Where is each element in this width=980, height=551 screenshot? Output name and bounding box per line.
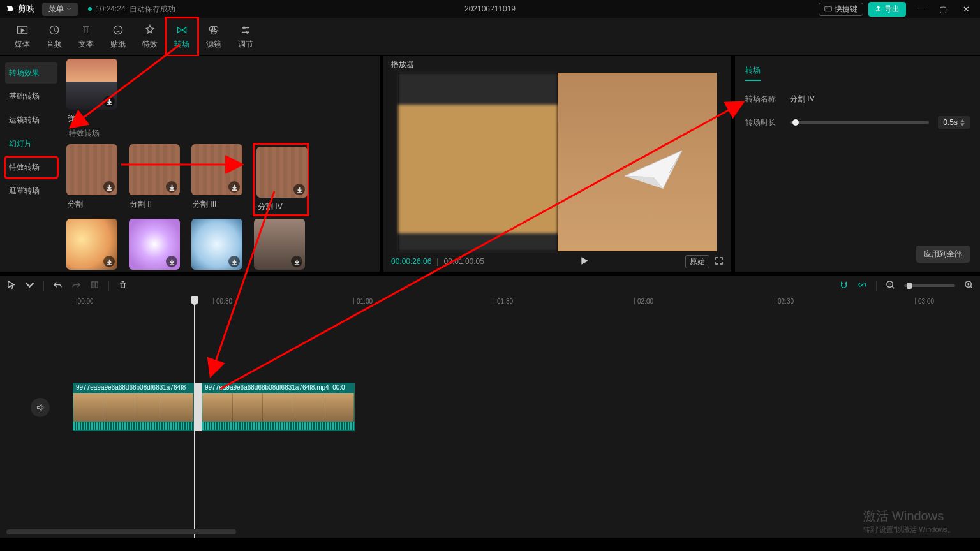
project-name: 202106211019 [464, 4, 516, 13]
export-button[interactable]: 导出 [868, 2, 906, 17]
transition-duration-field: 转场时长 0.5s [745, 116, 970, 129]
svg-point-5 [114, 26, 122, 34]
svg-rect-13 [92, 282, 94, 288]
tab-audio[interactable]: 音频 [38, 18, 70, 55]
fullscreen-button[interactable] [715, 256, 724, 267]
windows-activation-watermark: 激活 Windows 转到"设置"以激活 Windows。 [863, 507, 955, 534]
time-current: 00:00:26:06 [391, 257, 431, 266]
player-viewport[interactable] [383, 73, 731, 251]
tab-adjust[interactable]: 调节 [230, 18, 262, 55]
inspector-tab-transition[interactable]: 转场 [745, 65, 761, 81]
download-icon[interactable] [103, 256, 115, 267]
clip-1[interactable]: 9977ea9a9e6a68d68b08df6831a764f8 [73, 383, 194, 431]
zoom-out-button[interactable] [886, 280, 895, 291]
svg-rect-14 [95, 282, 98, 288]
duration-stepper[interactable] [960, 119, 965, 126]
maximize-button[interactable]: ▢ [934, 4, 952, 14]
cursor-dropdown-icon[interactable] [25, 280, 34, 291]
cursor-tool[interactable] [6, 280, 16, 291]
cat-basic[interactable]: 基础转场 [5, 86, 57, 107]
download-icon[interactable] [103, 96, 115, 107]
titlebar: 剪映 菜单 10:24:24 自动保存成功 202106211019 快捷键 导… [0, 0, 980, 18]
download-icon[interactable] [103, 181, 115, 193]
section-title: 特效转场 [69, 128, 376, 139]
status-dot-icon [88, 7, 92, 11]
split-button[interactable] [90, 280, 100, 291]
tab-effects[interactable]: 特效 [134, 18, 166, 55]
tab-filter[interactable]: 滤镜 [198, 18, 230, 55]
time-total: 00:01:00:05 [444, 257, 484, 266]
shortcuts-button[interactable]: 快捷键 [819, 3, 863, 16]
thumb-split2[interactable]: 分割 II [129, 144, 182, 215]
transition-gallery: 弹跳 特效转场 分割 分割 II 分割 III 分割 IV 炫光 II 炫光 I… [63, 56, 380, 272]
apply-all-button[interactable]: 应用到全部 [916, 246, 970, 263]
app-name: 剪映 [18, 3, 34, 15]
cat-slideshow[interactable]: 幻灯片 [5, 133, 57, 154]
magnet-button[interactable] [839, 280, 849, 291]
track-mute-button[interactable] [31, 398, 50, 417]
thumb-snow[interactable]: 雪花故障 [254, 219, 308, 272]
thumb-glow3[interactable]: 炫光 III [129, 219, 182, 272]
duration-input[interactable]: 0.5s [938, 116, 970, 129]
tab-transition[interactable]: 转场 [166, 18, 198, 55]
download-icon[interactable] [291, 256, 302, 267]
download-icon[interactable] [228, 181, 240, 193]
close-button[interactable]: ✕ [957, 4, 975, 14]
thumb-glow2[interactable]: 炫光 II [66, 219, 120, 272]
svg-rect-0 [825, 6, 832, 11]
timeline-toolbar [0, 276, 980, 296]
redo-button[interactable] [71, 280, 81, 291]
main-columns: 转场效果 基础转场 运镜转场 幻灯片 特效转场 遮罩转场 弹跳 特效转场 分割 … [0, 56, 980, 272]
menu-dropdown[interactable]: 菜单 [42, 3, 78, 16]
cat-mask[interactable]: 遮罩转场 [5, 180, 57, 202]
category-list: 转场效果 基础转场 运镜转场 幻灯片 特效转场 遮罩转场 [0, 56, 63, 272]
delete-button[interactable] [118, 280, 128, 291]
tab-media[interactable]: 媒体 [6, 18, 38, 55]
paper-plane-icon [618, 144, 695, 195]
cat-transition-effects[interactable]: 转场效果 [5, 62, 57, 84]
timeline[interactable]: |00:00 00:30 01:00 01:30 02:00 02:30 03:… [0, 296, 980, 538]
aspect-ratio-button[interactable]: 原始 [685, 255, 709, 268]
svg-rect-1 [826, 8, 827, 9]
thumb-ice[interactable]: 冰雪结晶 [191, 219, 245, 272]
primary-tabs: 媒体 音频 文本 贴纸 特效 转场 滤镜 调节 [0, 18, 980, 56]
cat-effect-transition[interactable]: 特效转场 [5, 157, 57, 178]
video-track: 9977ea9a9e6a68d68b08df6831a764f8 9977ea9… [73, 383, 355, 431]
tab-text[interactable]: 文本 [70, 18, 102, 55]
thumb-split3[interactable]: 分割 III [191, 144, 245, 215]
player-controls: 00:00:26:06 | 00:01:00:05 原始 [383, 251, 731, 272]
thumb-bounce[interactable]: 弹跳 [66, 59, 120, 124]
download-icon[interactable] [293, 184, 305, 195]
svg-rect-2 [828, 8, 829, 9]
undo-button[interactable] [53, 280, 63, 291]
tab-sticker[interactable]: 贴纸 [102, 18, 134, 55]
transition-browser: 转场效果 基础转场 运镜转场 幻灯片 特效转场 遮罩转场 弹跳 特效转场 分割 … [0, 56, 380, 272]
minimize-button[interactable]: — [911, 4, 929, 14]
app-logo: 剪映 [5, 3, 34, 15]
player-title: 播放器 [383, 56, 731, 73]
autosave-status: 10:24:24 自动保存成功 [88, 4, 175, 15]
download-icon[interactable] [166, 256, 177, 267]
playhead[interactable] [194, 296, 195, 538]
player-panel: 播放器 00:00:26:06 | 00:01:00:05 原始 [383, 56, 731, 272]
download-icon[interactable] [166, 181, 177, 193]
timeline-scrollbar[interactable] [0, 529, 980, 534]
thumb-split4[interactable]: 分割 IV [254, 144, 308, 215]
zoom-in-button[interactable] [964, 280, 974, 291]
duration-slider[interactable] [790, 121, 929, 124]
thumb-split1[interactable]: 分割 [66, 144, 120, 215]
transition-name-field: 转场名称 分割 IV [745, 94, 970, 105]
ruler[interactable]: |00:00 00:30 01:00 01:30 02:00 02:30 03:… [0, 296, 980, 310]
transition-name-value: 分割 IV [790, 94, 815, 105]
cat-camera[interactable]: 运镜转场 [5, 110, 57, 131]
inspector-panel: 转场 转场名称 分割 IV 转场时长 0.5s 应用到全部 [735, 56, 980, 272]
download-icon[interactable] [228, 256, 240, 267]
zoom-slider[interactable] [904, 284, 955, 287]
play-button[interactable] [580, 256, 589, 267]
clip-2[interactable]: 9977ea9a9e6a68d68b08df6831a764f8.mp4 00:… [202, 383, 355, 431]
link-button[interactable] [858, 280, 867, 291]
